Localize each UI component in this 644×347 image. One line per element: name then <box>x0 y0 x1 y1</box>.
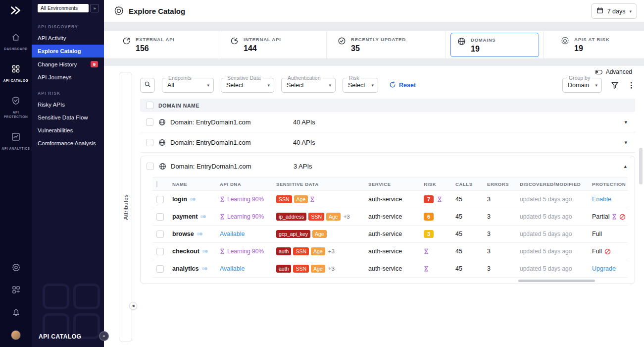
stat-card-apis-at-risk[interactable]: APIS AT RISK 19 <box>544 31 644 58</box>
sidebar-collapse-button[interactable]: « <box>99 331 109 341</box>
widgets-icon[interactable] <box>12 286 20 296</box>
row-checkbox[interactable] <box>156 248 164 255</box>
environment-expand-button[interactable]: » <box>90 4 99 12</box>
sidebar-item-risky-apis[interactable]: Risky APIs <box>32 98 104 111</box>
environment-select[interactable]: All Environments <box>38 4 89 12</box>
api-row[interactable]: login Learning 90% SSN Age auth-service … <box>152 191 628 208</box>
check-circle-icon <box>338 37 346 58</box>
horizontal-scrollbar[interactable] <box>518 280 595 282</box>
sidebar-item-explore-catalog[interactable]: Explore Catalog <box>32 45 104 58</box>
rail-item-api-analytics[interactable]: API ANALYTICS <box>1 132 31 151</box>
hourglass-icon <box>220 214 225 220</box>
expand-chevron-icon[interactable]: ▾ <box>624 139 627 146</box>
globe-icon <box>158 139 166 146</box>
api-row[interactable]: payment Learning 90% ip_address SSN Age … <box>152 208 628 226</box>
protection-enable-link[interactable]: Enable <box>592 196 611 203</box>
group-by-select[interactable]: Group by Domain ▾ <box>562 78 602 93</box>
select-all-checkbox[interactable] <box>156 181 157 187</box>
row-checkbox[interactable] <box>147 163 154 170</box>
sensitive-data-badge: Age <box>326 213 341 221</box>
row-checkbox[interactable] <box>156 231 164 238</box>
row-checkbox[interactable] <box>156 196 164 203</box>
reset-filters-button[interactable]: Reset <box>389 81 416 90</box>
stat-card-recently-updated[interactable]: RECENTLY UPDATED 35 <box>327 31 446 58</box>
filter-funnel-icon[interactable] <box>611 81 619 89</box>
protection-status: Full <box>592 248 602 255</box>
sidebar-item-comformance-analysis[interactable]: Comformance Analysis <box>32 137 104 150</box>
grid-icon <box>11 64 20 75</box>
authentication-filter-select[interactable]: Authentication Select ▾ <box>281 78 336 93</box>
sensitive-data-filter-select[interactable]: Sensitive Data Select ▾ <box>221 78 274 93</box>
api-flags-icon <box>202 249 208 254</box>
attributes-collapse-button[interactable]: ◀ <box>129 302 137 310</box>
advanced-toggle[interactable]: Advanced <box>595 68 632 75</box>
endpoints-filter-select[interactable]: Endpoints All ▾ <box>162 78 214 93</box>
select-all-checkbox[interactable] <box>146 102 153 109</box>
api-row[interactable]: checkout Learning 90% auth SSN Age +3 au… <box>152 243 628 260</box>
stat-card-domains[interactable]: DOMAINS 19 <box>446 31 544 58</box>
protection-upgrade-link[interactable]: Upgrade <box>592 265 616 272</box>
sidebar-item-change-history[interactable]: Change History 9 <box>32 58 104 71</box>
domain-group-row[interactable]: Domain: EntryDomain1.com 3 APIs ▴ <box>141 156 635 176</box>
more-badges-count[interactable]: +3 <box>328 266 335 272</box>
row-checkbox[interactable] <box>156 265 164 273</box>
sensitive-data-badge: SSN <box>293 265 309 273</box>
api-row[interactable]: browse Available gcp_api_key Age auth-se… <box>152 226 628 243</box>
attributes-panel[interactable]: Attributes <box>119 72 132 342</box>
app-logo-icon[interactable] <box>9 5 22 18</box>
row-checkbox[interactable] <box>146 118 153 126</box>
more-badges-count[interactable]: +3 <box>344 214 350 220</box>
internal-api-icon <box>230 37 239 58</box>
api-flags-icon <box>201 266 208 271</box>
expand-chevron-icon[interactable]: ▾ <box>624 119 627 125</box>
row-checkbox[interactable] <box>146 139 153 146</box>
protection-status: Partial <box>592 213 609 220</box>
external-api-icon <box>122 37 131 58</box>
globe-icon <box>158 118 166 126</box>
chevron-down-icon: ▾ <box>629 9 632 14</box>
stat-card-internal-api[interactable]: INTERNAL API 144 <box>219 31 327 58</box>
hourglass-icon <box>612 214 617 220</box>
domain-group-row[interactable]: Domain: EntryDomain1.com 40 APIs ▾ <box>140 112 635 132</box>
domain-column-header: DOMAIN NAME <box>158 103 199 109</box>
user-avatar[interactable] <box>11 330 21 340</box>
risk-score-badge: 7 <box>424 195 434 203</box>
notifications-bell-icon[interactable] <box>12 308 20 318</box>
sidebar-footer-title: API CATALOG <box>39 333 81 340</box>
stat-card-external-api[interactable]: EXTERNAL API 156 <box>104 31 219 58</box>
date-range-select[interactable]: 7 days ▾ <box>591 3 637 19</box>
search-button[interactable] <box>140 78 155 93</box>
sensitive-data-badge: auth <box>276 265 291 273</box>
stat-card-domains-selected: DOMAINS 19 <box>450 33 539 57</box>
risk-filter-select[interactable]: Risk Select ▾ <box>343 78 378 93</box>
date-range-value: 7 days <box>607 8 626 15</box>
chevron-down-icon: ▾ <box>329 83 331 88</box>
page-header: Explore Catalog 7 days ▾ <box>104 0 644 22</box>
domain-group-row[interactable]: Domain: EntryDomain1.com 40 APIs ▾ <box>140 132 635 153</box>
domain-table-header: DOMAIN NAME <box>140 99 635 112</box>
stats-bar: EXTERNAL API 156 INTERNAL API 144 RECENT… <box>104 31 644 59</box>
row-checkbox[interactable] <box>156 213 164 221</box>
sidebar-item-vulnerabilities[interactable]: Vulnerabilities <box>32 124 104 137</box>
more-badges-count[interactable]: +3 <box>328 248 335 254</box>
api-flags-icon <box>200 214 206 219</box>
sensitive-data-badge: Age <box>311 247 325 255</box>
prohibit-icon <box>619 214 626 220</box>
rail-item-api-catalog[interactable]: API CATALOG <box>1 64 31 83</box>
chevron-down-icon: ▾ <box>371 83 374 88</box>
settings-gear-icon[interactable] <box>12 263 20 274</box>
rail-item-dashboard[interactable]: DASHBOARD <box>1 33 31 52</box>
sidebar-item-api-activity[interactable]: API Activity <box>32 32 104 45</box>
api-dna-available-link[interactable]: Available <box>220 231 245 237</box>
sidebar-item-api-journeys[interactable]: API Journeys <box>32 71 104 84</box>
more-options-kebab-icon[interactable]: ⋮ <box>628 81 635 90</box>
api-row[interactable]: analytics Available auth SSN Age +3 auth… <box>152 260 628 278</box>
sidebar-item-sensitive-data-flow[interactable]: Sensitive Data Flow <box>32 111 104 124</box>
api-dna-available-link[interactable]: Available <box>220 265 245 272</box>
protection-status: Full <box>592 231 602 237</box>
page-scrollbar[interactable] <box>639 148 643 184</box>
rail-item-api-protection[interactable]: API PROTECTION <box>1 96 31 120</box>
hourglass-icon <box>220 196 225 202</box>
collapse-chevron-icon[interactable]: ▴ <box>624 163 627 170</box>
app-window: DASHBOARD API CATALOG API PROTECTION API… <box>0 0 644 347</box>
